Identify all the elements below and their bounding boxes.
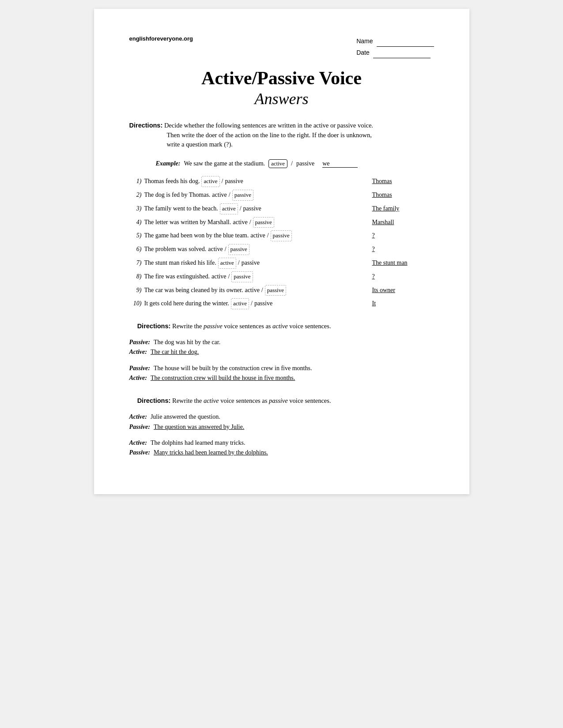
example-answer: we bbox=[322, 160, 358, 168]
item-num-4: 4) bbox=[129, 218, 142, 227]
item-answer-9: Its owner bbox=[363, 285, 434, 295]
item8-active: active bbox=[212, 272, 226, 281]
active-label-1: Active: bbox=[129, 347, 147, 357]
active-sentence-4: The dolphins had learned many tricks. bbox=[151, 438, 246, 448]
item-num-3: 3) bbox=[129, 204, 142, 214]
rewrite-passive-2: Passive: The house will be built by the … bbox=[129, 364, 434, 373]
example-slash: / bbox=[291, 160, 293, 167]
directions3-label: Directions: bbox=[137, 397, 171, 404]
table-row: 7) The stunt man risked his life. active… bbox=[129, 258, 434, 269]
directions3-text: Rewrite the bbox=[172, 397, 202, 404]
rewrite-passive-4: Passive: Many tricks had been learned by… bbox=[129, 448, 434, 458]
directions2-passive-word: passive bbox=[204, 323, 223, 330]
item1-passive: passive bbox=[225, 176, 243, 186]
date-line: Date bbox=[356, 47, 434, 58]
rewrite-pair-4: Active: The dolphins had learned many tr… bbox=[129, 438, 434, 458]
item2-active: active bbox=[212, 190, 227, 200]
item2-slash: / bbox=[229, 190, 230, 200]
item-sentence-6: The problem was solved. active / passive bbox=[144, 244, 363, 255]
passive-sentence-2: The house will be built by the construct… bbox=[154, 364, 312, 373]
item9-active: active bbox=[245, 285, 259, 295]
passive-label-2: Passive: bbox=[129, 364, 150, 373]
directions3-passive-word: passive bbox=[269, 397, 288, 404]
example-row: Example: We saw the game at the stadium.… bbox=[129, 159, 434, 168]
passive-label-1: Passive: bbox=[129, 338, 150, 347]
active-sentence-1: The car hit the dog. bbox=[151, 347, 199, 357]
table-row: 5) The game had been won by the blue tea… bbox=[129, 230, 434, 241]
item5-passive-box: passive bbox=[271, 230, 292, 241]
item-answer-6: ? bbox=[363, 244, 434, 254]
item-sentence-3: The family went to the beach. active / p… bbox=[144, 203, 363, 214]
site-url: englishforeveryone.org bbox=[129, 35, 193, 42]
passive-label-4: Passive: bbox=[129, 448, 150, 458]
rewrite-pair-2: Passive: The house will be built by the … bbox=[129, 364, 434, 383]
item-sentence-4: The letter was written by Marshall. acti… bbox=[144, 217, 363, 228]
directions-3: Directions: Rewrite the active voice sen… bbox=[129, 396, 434, 406]
passive-sentence-3: The question was answered by Julie. bbox=[154, 422, 244, 432]
main-title: Active/Passive Voice bbox=[129, 67, 434, 89]
header-area: englishforeveryone.org Name Date bbox=[129, 35, 434, 58]
item-sentence-7: The stunt man risked his life. active / … bbox=[144, 258, 363, 269]
rewrite-passive-3: Passive: The question was answered by Ju… bbox=[129, 422, 434, 432]
item2-passive-box: passive bbox=[232, 190, 253, 201]
table-row: 8) The fire was extinguished. active / p… bbox=[129, 271, 434, 282]
table-row: 10) It gets cold here during the winter.… bbox=[129, 298, 434, 309]
table-row: 4) The letter was written by Marshall. a… bbox=[129, 217, 434, 228]
directions2-active-word: active bbox=[272, 323, 288, 330]
directions2-label: Directions: bbox=[137, 323, 171, 330]
active-label-2: Active: bbox=[129, 373, 147, 383]
item8-slash: / bbox=[228, 272, 230, 281]
item-answer-4: Marshall bbox=[363, 218, 434, 227]
item10-passive: passive bbox=[254, 299, 272, 308]
item-answer-7: The stunt man bbox=[363, 258, 434, 268]
item-num-7: 7) bbox=[129, 258, 142, 268]
directions-2: Directions: Rewrite the passive voice se… bbox=[129, 322, 434, 331]
item-answer-1: Thomas bbox=[363, 176, 434, 186]
directions1-label: Directions: bbox=[129, 122, 163, 129]
directions3-middle: voice sentences as bbox=[220, 397, 267, 404]
title-area: Active/Passive Voice Answers bbox=[129, 67, 434, 109]
item4-slash: / bbox=[249, 218, 251, 227]
item6-slash: / bbox=[225, 244, 227, 254]
item-num-5: 5) bbox=[129, 231, 142, 240]
item5-slash: / bbox=[267, 231, 269, 240]
name-field bbox=[377, 35, 434, 47]
item7-active-box: active bbox=[218, 258, 236, 269]
rewrite-active-2: Active: The construction crew will build… bbox=[129, 373, 434, 383]
table-row: 9) The car was being cleaned by its owne… bbox=[129, 285, 434, 296]
item-sentence-9: The car was being cleaned by its owner. … bbox=[144, 285, 363, 296]
table-row: 2) The dog is fed by Thomas. active / pa… bbox=[129, 190, 434, 201]
item-num-10: 10) bbox=[129, 299, 142, 308]
active-label-4: Active: bbox=[129, 438, 147, 448]
item6-passive-box: passive bbox=[228, 244, 249, 255]
passive-sentence-1: The dog was hit by the car. bbox=[154, 338, 220, 347]
directions3-active-word: active bbox=[204, 397, 219, 404]
directions1-text1: Decide whether the following sentences a… bbox=[164, 122, 373, 129]
item10-active-box: active bbox=[231, 298, 249, 309]
item-answer-3: The family bbox=[363, 204, 434, 214]
directions1-text2: Then write the doer of the action on the… bbox=[167, 131, 434, 150]
item-answer-2: Thomas bbox=[363, 190, 434, 200]
rewrite-pair-1: Passive: The dog was hit by the car. Act… bbox=[129, 338, 434, 357]
passive-label-3: Passive: bbox=[129, 422, 150, 432]
item5-active: active bbox=[250, 231, 265, 240]
rewrite-pair-3: Active: Julie answered the question. Pas… bbox=[129, 412, 434, 432]
sub-title: Answers bbox=[129, 90, 434, 109]
date-field bbox=[373, 47, 431, 58]
item3-active-box: active bbox=[220, 203, 238, 214]
name-date-area: Name Date bbox=[356, 35, 434, 58]
item7-slash: / bbox=[238, 258, 240, 268]
active-sentence-2: The construction crew will build the hou… bbox=[151, 373, 295, 383]
item-answer-10: It bbox=[363, 299, 434, 308]
example-label: Example: bbox=[156, 160, 181, 167]
name-line: Name bbox=[356, 35, 434, 47]
active-sentence-3: Julie answered the question. bbox=[151, 412, 220, 422]
date-label: Date bbox=[356, 47, 370, 58]
item3-slash: / bbox=[240, 204, 242, 214]
name-label: Name bbox=[356, 36, 373, 47]
directions2-end: voice sentences. bbox=[289, 323, 331, 330]
example-active-circled: active bbox=[268, 159, 287, 168]
rewrite-active-4: Active: The dolphins had learned many tr… bbox=[129, 438, 434, 448]
active-label-3: Active: bbox=[129, 412, 147, 422]
item9-passive-box: passive bbox=[265, 285, 286, 296]
